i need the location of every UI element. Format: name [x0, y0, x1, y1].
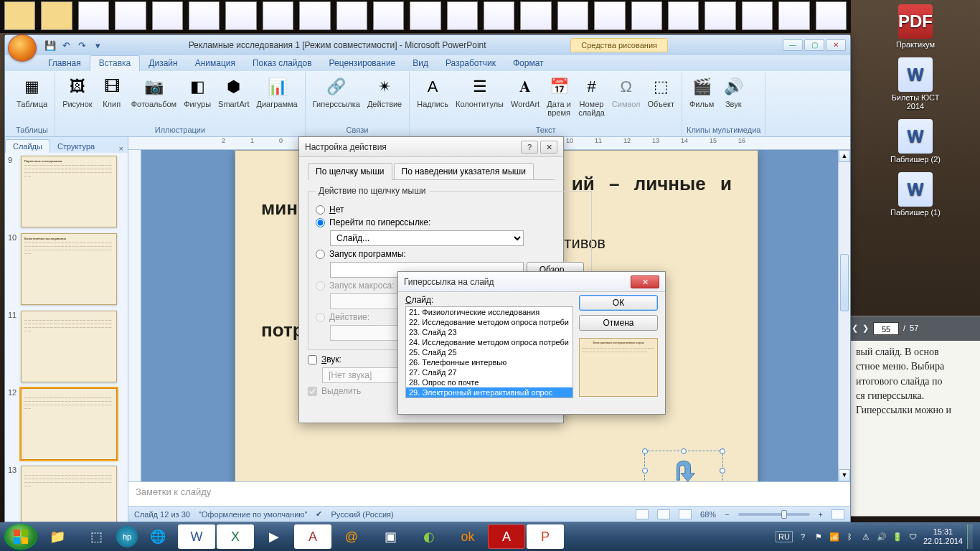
zoom-value[interactable]: 68%	[700, 510, 716, 519]
ribbon-tab-анимация[interactable]: Анимация	[187, 56, 244, 71]
ribbon-action-button[interactable]: ✴Действие	[364, 74, 405, 110]
checkbox-play-sound-label[interactable]: Звук:	[321, 354, 341, 364]
save-icon[interactable]: 💾	[44, 39, 57, 52]
slide-list-option[interactable]: 25. Слайд 25	[406, 347, 573, 357]
ribbon-shapes-button[interactable]: ◧Фигуры	[181, 74, 214, 110]
ribbon-movie-button[interactable]: 🎬Фильм	[687, 74, 717, 110]
desktop-icon-word[interactable]: W Паблишер (2)	[883, 119, 948, 164]
slide-list-option[interactable]: 23. Слайд 23	[406, 327, 573, 337]
slide-list-option[interactable]: 21. Физиологические исследования	[406, 307, 573, 317]
tray-shield-icon[interactable]: 🛡	[908, 531, 919, 542]
slide-list-option[interactable]: 27. Слайд 27	[406, 367, 573, 377]
zoom-slider[interactable]	[738, 513, 810, 516]
ribbon-textbox-button[interactable]: AНадпись	[414, 74, 451, 110]
tray-network-icon[interactable]: 📶	[829, 531, 840, 542]
sorter-view-button[interactable]	[657, 509, 670, 519]
ribbon-smartart-button[interactable]: ⬢SmartArt	[215, 74, 252, 110]
tray-help-icon[interactable]: ?	[797, 531, 809, 542]
radio-none[interactable]	[316, 205, 325, 215]
hyperlink-target-select[interactable]: Слайд...	[330, 230, 524, 246]
ribbon-tab-вид[interactable]: Вид	[404, 56, 437, 71]
slide-thumbnails[interactable]: 9Первичные исследования— — — — — — — — —…	[5, 153, 128, 522]
slide-thumbnail[interactable]: — — — — — — — — — — — — — — — — — — — — …	[21, 466, 117, 522]
task-acrobat[interactable]: A	[488, 524, 525, 549]
ribbon-tab-разработчик[interactable]: Разработчик	[437, 56, 504, 71]
slide-list-option[interactable]: 30. Слайд 30	[406, 397, 573, 398]
ribbon-table-button[interactable]: ▦Таблица	[14, 74, 50, 110]
dialog-close-button[interactable]: ✕	[631, 276, 659, 288]
ribbon-album-button[interactable]: 📷Фотоальбом	[128, 74, 180, 110]
scroll-down-icon[interactable]: ▼	[839, 469, 850, 481]
minimize-button[interactable]: —	[783, 39, 803, 51]
tray-warning-icon[interactable]: ⚠	[860, 531, 872, 542]
task-powerpoint[interactable]: P	[527, 524, 564, 549]
slide-list-option[interactable]: 24. Исследование методом опроса потреби	[406, 337, 573, 347]
pdf-nav-icon[interactable]: ❮	[852, 323, 858, 334]
checkbox-play-sound[interactable]	[308, 355, 317, 364]
slide-list-option[interactable]: 28. Опрос по почте	[406, 377, 573, 387]
start-button[interactable]	[4, 524, 37, 550]
desktop-icon-pdf[interactable]: PDF Практикум	[883, 4, 948, 49]
canvas-vertical-scrollbar[interactable]: ▲ ▼	[838, 150, 850, 481]
pdf-nav-icon[interactable]: ❯	[862, 323, 869, 334]
ribbon-tab-дизайн[interactable]: Дизайн	[140, 56, 186, 71]
desktop-icon-word[interactable]: W Билеты ЮСТ 2014	[883, 57, 948, 110]
zoom-in-icon[interactable]: +	[819, 510, 823, 519]
undo-icon[interactable]: ↶	[60, 39, 72, 52]
tab-mouse-over[interactable]: По наведении указателя мыши	[394, 163, 534, 180]
cancel-button[interactable]: Отмена	[579, 315, 658, 331]
task-word[interactable]: W	[178, 524, 215, 549]
task-chrome[interactable]: 🌐	[139, 524, 176, 549]
close-button[interactable]: ✕	[826, 39, 846, 51]
ribbon-clip-button[interactable]: 🎞Клип	[97, 74, 127, 110]
task-media[interactable]: ▣	[372, 524, 409, 549]
slide-list-option[interactable]: 29. Электронный интерактивный опрос	[406, 387, 573, 397]
ribbon-link-button[interactable]: 🔗Гиперссылка	[310, 74, 363, 110]
tab-mouse-click[interactable]: По щелчку мыши	[308, 163, 392, 180]
slide-list-option[interactable]: 26. Телефонные интервью	[406, 357, 573, 367]
taskbar-clock[interactable]: 15:31 22.01.2014	[923, 527, 963, 546]
ribbon-tab-рецензирование[interactable]: Рецензирование	[321, 56, 405, 71]
close-panel-icon[interactable]: ×	[115, 144, 128, 153]
slideshow-view-button[interactable]	[679, 509, 692, 519]
slide-list[interactable]: 21. Физиологические исследования22. Иссл…	[405, 306, 573, 398]
radio-hyperlink[interactable]	[316, 218, 325, 227]
ribbon-date-button[interactable]: 📅Дата и время	[544, 74, 574, 118]
slide-thumbnail[interactable]: — — — — — — — — — — — — — — — — — — — — …	[21, 311, 117, 382]
zoom-out-icon[interactable]: −	[725, 510, 729, 519]
fit-window-button[interactable]	[831, 509, 844, 519]
task-access[interactable]: A	[294, 524, 331, 549]
slides-tab[interactable]: Слайды	[5, 139, 50, 153]
ribbon-headerfooter-button[interactable]: ☰Колонтитулы	[453, 74, 507, 110]
ribbon-tab-главная[interactable]: Главная	[39, 56, 90, 71]
normal-view-button[interactable]	[636, 509, 649, 519]
ribbon-chart-button[interactable]: 📊Диаграмма	[254, 74, 301, 110]
ok-button[interactable]: ОК	[579, 295, 658, 311]
tray-sound-icon[interactable]: 🔊	[876, 531, 887, 542]
task-mail[interactable]: @	[333, 524, 370, 549]
tray-flag-icon[interactable]: ⚑	[813, 531, 824, 542]
selected-shape-action-button[interactable]	[644, 451, 723, 481]
radio-run-program-label[interactable]: Запуск программы:	[329, 249, 406, 259]
radio-none-label[interactable]: Нет	[329, 204, 344, 215]
task-explorer[interactable]: 📁	[39, 524, 76, 549]
dialog-close-button[interactable]: ✕	[540, 141, 557, 154]
slide-list-option[interactable]: 22. Исследование методом опроса потреби	[406, 317, 573, 327]
radio-hyperlink-label[interactable]: Перейти по гиперссылке:	[329, 217, 430, 227]
ribbon-wordart-button[interactable]: 𝐀WordArt	[508, 74, 542, 110]
ribbon-tab-формат[interactable]: Формат	[504, 56, 552, 71]
scroll-up-icon[interactable]: ▲	[839, 150, 850, 162]
task-excel[interactable]: X	[217, 524, 254, 549]
task-player[interactable]: ▶	[255, 524, 293, 549]
ribbon-slidenum-button[interactable]: #Номер слайда	[575, 74, 608, 118]
ribbon-tab-вставка[interactable]: Вставка	[90, 55, 141, 71]
redo-icon[interactable]: ↷	[75, 39, 88, 52]
tray-battery-icon[interactable]: 🔋	[892, 531, 903, 542]
qat-dropdown-icon[interactable]: ▾	[91, 39, 104, 52]
tray-bluetooth-icon[interactable]: ᛒ	[844, 531, 856, 542]
desktop-icon-word[interactable]: W Паблишер (1)	[883, 172, 948, 217]
dialog-help-button[interactable]: ?	[521, 141, 538, 154]
slide-thumbnail[interactable]: — — — — — — — — — — — — — — — — — — — — …	[21, 388, 117, 460]
radio-run-program[interactable]	[316, 250, 325, 259]
slide-thumbnail[interactable]: Качественные исследования— — — — — — — —…	[21, 233, 117, 305]
